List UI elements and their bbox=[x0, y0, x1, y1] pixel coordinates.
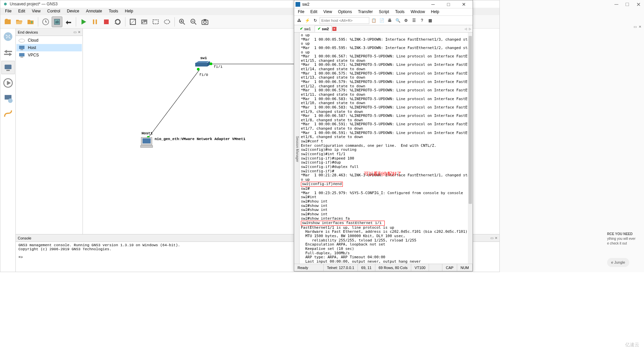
new-project-button[interactable] bbox=[2, 16, 13, 27]
all-devices-category-button[interactable] bbox=[1, 92, 15, 105]
end-devices-category-button[interactable] bbox=[1, 61, 15, 74]
quick-connect-button[interactable]: ⚡ bbox=[304, 17, 311, 24]
bg-panel-undock-icon[interactable]: ▭ bbox=[634, 25, 637, 29]
menu-tools[interactable]: Tools bbox=[105, 8, 121, 15]
svg-point-8 bbox=[142, 20, 144, 22]
reconnect-button[interactable]: ↻ bbox=[312, 17, 319, 24]
terminal-output[interactable]: o up *Mar 1 00:00:05.595: %LINK-3-UPDOWN… bbox=[300, 33, 473, 264]
bg-maximize-icon[interactable]: □ bbox=[626, 1, 629, 8]
terminal-vscrollbar[interactable] bbox=[468, 33, 473, 264]
link-tool-button[interactable] bbox=[1, 107, 15, 121]
menu-file[interactable]: File bbox=[2, 8, 15, 15]
widget-heading: RCE YOU NEED bbox=[607, 232, 633, 236]
save-project-button[interactable] bbox=[25, 16, 36, 27]
widget-button[interactable]: e Jungle bbox=[607, 258, 629, 267]
zoom-in-button[interactable] bbox=[177, 16, 187, 27]
check-icon: ✔ bbox=[300, 27, 303, 31]
reload-all-button[interactable] bbox=[112, 16, 123, 27]
svg-rect-17 bbox=[4, 65, 11, 70]
stop-all-button[interactable] bbox=[101, 16, 112, 27]
print-button[interactable]: 🖶 bbox=[386, 17, 393, 24]
menu-transfer[interactable]: Transfer bbox=[355, 8, 376, 15]
svg-rect-9 bbox=[153, 20, 158, 24]
menu-tools[interactable]: Tools bbox=[392, 8, 408, 15]
crt-titlebar[interactable]: sw2 ─ □ ✕ bbox=[294, 0, 473, 8]
open-project-button[interactable] bbox=[14, 16, 24, 27]
host-input[interactable] bbox=[320, 17, 369, 24]
panel-close-icon[interactable]: ✕ bbox=[78, 30, 80, 34]
minimize-button[interactable]: ─ bbox=[426, 1, 440, 8]
device-item-vpcs[interactable]: VPCS bbox=[16, 51, 82, 59]
menu-control[interactable]: Control bbox=[44, 8, 64, 15]
tab-close-button[interactable]: ✕ bbox=[332, 27, 336, 31]
svg-rect-29 bbox=[143, 138, 151, 143]
pause-all-button[interactable] bbox=[90, 16, 100, 27]
menu-view[interactable]: View bbox=[29, 8, 44, 15]
svg-rect-23 bbox=[19, 46, 24, 49]
sessions-button[interactable]: ☰ bbox=[410, 17, 418, 24]
bg-panel-close-icon[interactable]: ✕ bbox=[639, 25, 641, 29]
panel-undock-icon[interactable]: ▭ bbox=[73, 30, 76, 34]
connect-button[interactable]: 🖧 bbox=[296, 17, 303, 24]
menu-help[interactable]: Help bbox=[428, 8, 442, 15]
menu-edit[interactable]: Edit bbox=[15, 8, 29, 15]
ellipse-button[interactable] bbox=[162, 16, 172, 27]
zoom-out-button[interactable] bbox=[188, 16, 199, 27]
bg-minimize-icon[interactable]: ─ bbox=[614, 1, 618, 8]
device-item-host[interactable]: Host bbox=[16, 44, 82, 51]
routers-category-button[interactable] bbox=[1, 30, 15, 43]
device-label: Host bbox=[28, 45, 36, 50]
panel-close-icon[interactable]: ✕ bbox=[495, 236, 497, 240]
rectangle-button[interactable] bbox=[150, 16, 161, 27]
tab-sw1[interactable]: ✔sw1 bbox=[297, 26, 314, 32]
status-num: NUM bbox=[457, 264, 473, 271]
tab-prev-icon[interactable]: ◁ bbox=[465, 27, 467, 31]
crt-session-tabs: ✔sw1 ✔sw2 ✕ ◁▷ bbox=[294, 25, 473, 33]
menu-edit[interactable]: Edit bbox=[307, 8, 320, 15]
menu-annotate[interactable]: Annotate bbox=[83, 8, 105, 15]
screenshot-button[interactable] bbox=[200, 16, 210, 27]
tab-sw2[interactable]: ✔sw2 bbox=[315, 26, 332, 32]
menu-view[interactable]: View bbox=[320, 8, 335, 15]
paste-button[interactable]: 📄 bbox=[378, 17, 385, 24]
bg-close-icon[interactable]: ✕ bbox=[636, 1, 641, 8]
svg-rect-3 bbox=[93, 19, 94, 24]
switches-category-button[interactable] bbox=[1, 45, 15, 59]
menu-options[interactable]: Options bbox=[335, 8, 355, 15]
image-button[interactable] bbox=[139, 16, 150, 27]
securecrt-window: sw2 ─ □ ✕ File Edit View Options Transfe… bbox=[294, 0, 473, 271]
host-node-host1[interactable] bbox=[140, 137, 153, 148]
close-button[interactable]: ✕ bbox=[457, 1, 471, 8]
find-button[interactable]: 🔍 bbox=[394, 17, 401, 24]
panel-undock-icon[interactable]: ▭ bbox=[490, 236, 493, 240]
status-emulation: VT100 bbox=[411, 264, 429, 271]
menu-help[interactable]: Help bbox=[121, 8, 137, 15]
svg-text:ab: ab bbox=[55, 20, 59, 24]
tile-button[interactable]: ▦ bbox=[426, 17, 434, 24]
snapshot-button[interactable] bbox=[40, 16, 51, 27]
menu-file[interactable]: File bbox=[295, 8, 307, 15]
menu-device[interactable]: Device bbox=[64, 8, 83, 15]
gns3-logo-icon bbox=[3, 2, 8, 6]
gns3-title: Unsaved project* — GNS3 bbox=[10, 2, 58, 6]
menu-window[interactable]: Window bbox=[408, 8, 428, 15]
properties-button[interactable]: ⚙ bbox=[402, 17, 410, 24]
device-label: Cloud bbox=[28, 38, 38, 43]
device-item-cloud[interactable]: Cloud bbox=[16, 37, 82, 44]
svg-rect-5 bbox=[104, 19, 109, 24]
menu-script[interactable]: Script bbox=[376, 8, 392, 15]
switch-node-sw1[interactable] bbox=[195, 61, 210, 67]
start-all-button[interactable] bbox=[78, 16, 89, 27]
svg-point-21 bbox=[8, 98, 13, 103]
check-icon: ✔ bbox=[318, 27, 321, 31]
security-category-button[interactable] bbox=[1, 76, 15, 90]
note-button[interactable] bbox=[127, 16, 138, 27]
tab-next-icon[interactable]: ▷ bbox=[469, 27, 471, 31]
help-button[interactable]: ? bbox=[418, 17, 426, 24]
copy-button[interactable]: 📋 bbox=[370, 17, 377, 24]
show-interfaces-button[interactable]: ab bbox=[52, 16, 62, 27]
console-all-button[interactable] bbox=[63, 16, 74, 27]
session-manager-sidebar[interactable]: Session Manager bbox=[294, 33, 300, 264]
maximize-button[interactable]: □ bbox=[441, 1, 456, 8]
devices-panel-header[interactable]: End devices ▭✕ bbox=[16, 29, 83, 36]
